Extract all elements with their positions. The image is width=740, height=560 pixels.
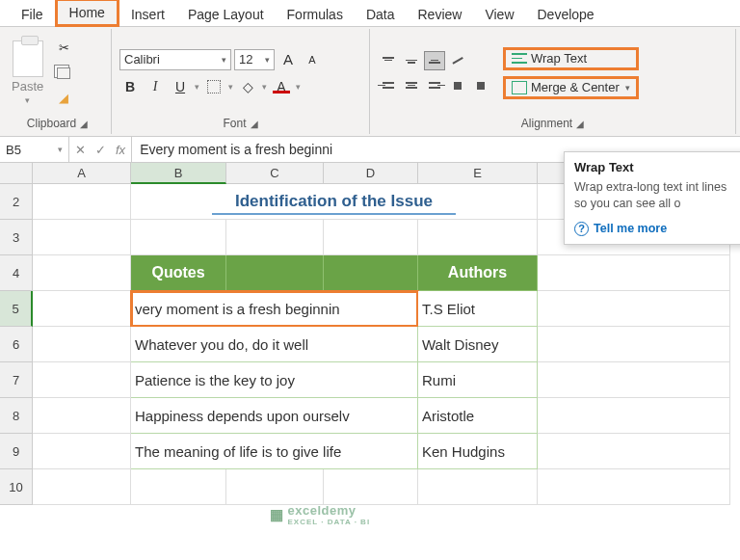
alignment-dialog-launcher[interactable]: ◢ bbox=[576, 119, 584, 129]
tab-review[interactable]: Review bbox=[407, 3, 474, 26]
cell[interactable]: T.S Eliot bbox=[418, 291, 538, 327]
title-cell[interactable]: Identification of the Issue bbox=[131, 184, 538, 220]
name-box[interactable]: B5▾ bbox=[0, 137, 69, 162]
tooltip-body: Wrap extra-long text int lines so you ca… bbox=[574, 179, 740, 212]
borders-button[interactable] bbox=[203, 76, 225, 97]
font-color-button[interactable]: A bbox=[271, 76, 292, 97]
tab-formulas[interactable]: Formulas bbox=[276, 3, 355, 26]
enter-formula-button[interactable]: ✓ bbox=[95, 143, 106, 157]
shrink-font-button[interactable]: A bbox=[302, 49, 323, 70]
align-left-button[interactable] bbox=[378, 76, 399, 95]
cell[interactable] bbox=[538, 398, 730, 434]
cell[interactable] bbox=[538, 469, 730, 505]
cell[interactable] bbox=[33, 469, 131, 505]
cell[interactable] bbox=[538, 434, 730, 469]
row-header[interactable]: 7 bbox=[0, 362, 33, 398]
row-header[interactable]: 9 bbox=[0, 434, 33, 469]
row-header[interactable]: 10 bbox=[0, 469, 33, 505]
merge-center-button[interactable]: Merge & Center ▾ bbox=[503, 76, 639, 99]
cell[interactable] bbox=[538, 327, 730, 362]
tab-page-layout[interactable]: Page Layout bbox=[176, 3, 276, 26]
select-all-corner[interactable] bbox=[0, 163, 33, 184]
cell[interactable] bbox=[33, 255, 131, 291]
font-dialog-launcher[interactable]: ◢ bbox=[251, 119, 258, 129]
cell[interactable]: Whatever you do, do it well bbox=[131, 327, 418, 362]
decrease-indent-button[interactable] bbox=[447, 76, 468, 95]
row-header[interactable]: 3 bbox=[0, 220, 33, 255]
cell[interactable] bbox=[33, 184, 131, 220]
cell[interactable]: Happiness depends upon ourselv bbox=[131, 398, 418, 434]
cell[interactable] bbox=[418, 220, 538, 255]
col-header[interactable]: E bbox=[418, 163, 538, 184]
cell[interactable]: Aristotle bbox=[418, 398, 538, 434]
cell-selected[interactable]: very moment is a fresh beginnin bbox=[131, 291, 418, 327]
row-header[interactable]: 8 bbox=[0, 398, 33, 434]
align-bottom-button[interactable] bbox=[424, 51, 445, 70]
cell[interactable]: Ken Hudgins bbox=[418, 434, 538, 469]
cell[interactable] bbox=[226, 220, 324, 255]
cell[interactable]: Walt Disney bbox=[418, 327, 538, 362]
header-quotes[interactable]: Quotes bbox=[131, 255, 226, 291]
tab-file[interactable]: File bbox=[10, 3, 55, 26]
cell[interactable] bbox=[418, 469, 538, 505]
row-header[interactable]: 6 bbox=[0, 327, 33, 362]
tab-home[interactable]: Home bbox=[55, 0, 119, 27]
italic-button[interactable]: I bbox=[145, 76, 166, 97]
cell[interactable] bbox=[131, 220, 226, 255]
cell[interactable] bbox=[33, 327, 131, 362]
col-header[interactable]: B bbox=[131, 163, 226, 184]
grow-font-button[interactable]: A bbox=[278, 49, 299, 70]
fill-color-button[interactable]: ◇ bbox=[237, 76, 258, 97]
align-right-button[interactable] bbox=[424, 76, 445, 95]
row-header[interactable]: 2 bbox=[0, 184, 33, 220]
align-top-button[interactable] bbox=[378, 51, 399, 70]
cell[interactable] bbox=[33, 434, 131, 469]
increase-indent-button[interactable] bbox=[470, 76, 491, 95]
col-header[interactable]: C bbox=[226, 163, 324, 184]
cell[interactable]: The meaning of life is to give life bbox=[131, 434, 418, 469]
cell[interactable] bbox=[538, 291, 730, 327]
format-painter-button[interactable]: ◢ bbox=[53, 89, 74, 108]
cell[interactable] bbox=[538, 362, 730, 398]
tell-me-more-link[interactable]: ? Tell me more bbox=[574, 222, 740, 236]
cell[interactable] bbox=[33, 398, 131, 434]
orientation-button[interactable] bbox=[447, 51, 468, 70]
orientation-icon bbox=[452, 57, 462, 64]
cell[interactable]: Patience is the key to joy bbox=[131, 362, 418, 398]
row-header[interactable]: 4 bbox=[0, 255, 33, 291]
wrap-text-button[interactable]: Wrap Text bbox=[503, 47, 639, 70]
header-blank[interactable] bbox=[226, 255, 324, 291]
header-blank[interactable] bbox=[324, 255, 418, 291]
row-header[interactable]: 5 bbox=[0, 291, 33, 327]
align-center-button[interactable] bbox=[401, 76, 422, 95]
col-header[interactable]: A bbox=[33, 163, 131, 184]
cell[interactable] bbox=[538, 255, 730, 291]
cell[interactable] bbox=[33, 291, 131, 327]
fx-button[interactable]: fx bbox=[116, 143, 125, 157]
cell[interactable] bbox=[33, 220, 131, 255]
clipboard-dialog-launcher[interactable]: ◢ bbox=[80, 119, 88, 129]
tab-data[interactable]: Data bbox=[355, 3, 407, 26]
paste-button[interactable]: Paste ▾ bbox=[12, 40, 43, 105]
cell[interactable]: Rumi bbox=[418, 362, 538, 398]
font-size-combo[interactable]: 12▾ bbox=[234, 49, 275, 70]
underline-button[interactable]: U bbox=[170, 76, 191, 97]
borders-icon bbox=[207, 80, 221, 93]
col-header[interactable]: D bbox=[324, 163, 418, 184]
cell[interactable] bbox=[33, 362, 131, 398]
font-name-combo[interactable]: Calibri▾ bbox=[119, 49, 231, 70]
cell[interactable] bbox=[324, 469, 418, 505]
cancel-formula-button[interactable]: ✕ bbox=[75, 143, 86, 157]
tab-developer[interactable]: Develope bbox=[526, 3, 606, 26]
cell[interactable] bbox=[226, 469, 324, 505]
cell[interactable] bbox=[131, 469, 226, 505]
cell[interactable] bbox=[324, 220, 418, 255]
group-alignment: Wrap Text Merge & Center ▾ Alignment◢ bbox=[370, 29, 736, 134]
tab-view[interactable]: View bbox=[473, 3, 525, 26]
copy-button[interactable] bbox=[53, 64, 74, 83]
cut-button[interactable]: ✂ bbox=[53, 39, 74, 58]
header-authors[interactable]: Authors bbox=[418, 255, 538, 291]
bold-button[interactable]: B bbox=[119, 76, 141, 97]
tab-insert[interactable]: Insert bbox=[119, 3, 176, 26]
align-middle-button[interactable] bbox=[401, 51, 422, 70]
